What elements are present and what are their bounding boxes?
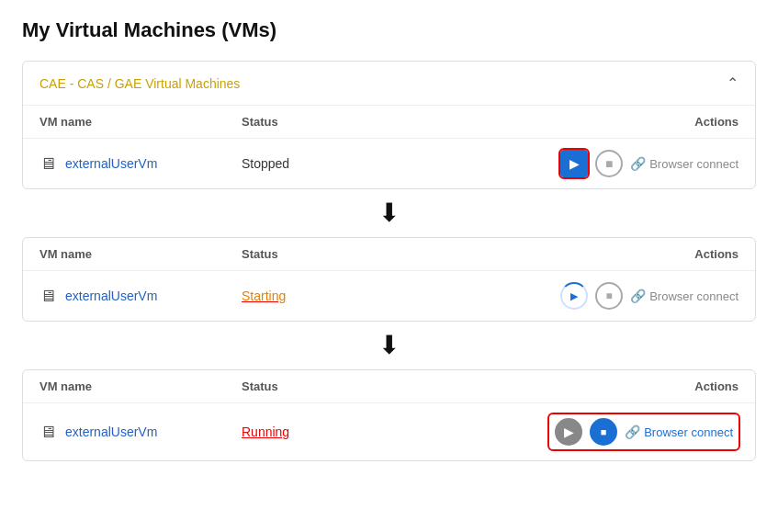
actions-cell-s2: ▶ ■ 🔗 Browser connect: [372, 271, 755, 322]
vm-section-card: CAE - CAS / GAE Virtual Machines ⌃ VM na…: [22, 61, 756, 189]
link-icon-s1: 🔗: [630, 156, 646, 171]
link-icon-s3: 🔗: [625, 424, 640, 439]
section-title: CAE - CAS / GAE Virtual Machines: [39, 76, 240, 91]
table-row: 🖥 externalUserVm Starting ▶ ■: [23, 271, 755, 322]
play-button-s1[interactable]: ▶: [560, 150, 588, 177]
stop-icon-s3: ■: [601, 426, 607, 437]
vm-section-starting: VM name Status Actions 🖥 externalUserVm …: [22, 237, 756, 322]
monitor-icon: 🖥: [39, 154, 56, 174]
stop-icon-s2: ■: [606, 289, 613, 302]
browser-connect-link-s2[interactable]: 🔗 Browser connect: [630, 289, 739, 303]
vm-status-cell-s3: Running: [225, 403, 372, 461]
monitor-icon-s2: 🖥: [39, 287, 56, 306]
vm-table-section1: VM name Status Actions 🖥 externalUserVm …: [23, 106, 755, 188]
play-button-spinning-s2[interactable]: ▶: [560, 282, 588, 310]
arrow-down-icon-1: ⬇: [378, 200, 400, 226]
col-header-actions-s3: Actions: [372, 370, 755, 403]
stop-button-s2[interactable]: ■: [595, 282, 623, 310]
vm-name-label-s1[interactable]: externalUserVm: [65, 156, 157, 171]
status-label-s2: Starting: [242, 289, 286, 303]
vm-name-cell-s2: 🖥 externalUserVm: [23, 271, 225, 322]
status-label-s3: Running: [242, 424, 289, 439]
monitor-icon-s3: 🖥: [39, 423, 56, 442]
section-header: CAE - CAS / GAE Virtual Machines ⌃: [23, 62, 755, 106]
arrow-down-icon-2: ⬇: [378, 333, 400, 358]
vm-section-running: VM name Status Actions 🖥 externalUserVm …: [22, 369, 756, 461]
status-label-s1: Stopped: [242, 156, 289, 171]
col-header-status-s3: Status: [225, 370, 372, 403]
actions-cell-s1: ▶ ■ 🔗 Browser connect: [372, 139, 755, 189]
col-header-status-s2: Status: [225, 238, 372, 271]
browser-connect-link-s3[interactable]: 🔗 Browser connect: [625, 424, 733, 439]
vm-status-cell-s2: Starting: [225, 271, 372, 322]
play-button-s3[interactable]: ▶: [555, 418, 582, 446]
running-actions-highlight: ▶ ■ 🔗 Browser connect: [549, 414, 739, 449]
vm-table-section2: VM name Status Actions 🖥 externalUserVm …: [23, 238, 755, 321]
browser-connect-link-s1[interactable]: 🔗 Browser connect: [630, 156, 739, 171]
browser-connect-label-s1: Browser connect: [649, 157, 739, 171]
col-header-name-s1: VM name: [23, 106, 225, 139]
col-header-actions-s2: Actions: [372, 238, 755, 271]
play-icon-spinning-s2: ▶: [570, 290, 578, 302]
vm-name-label-s2[interactable]: externalUserVm: [65, 289, 157, 303]
arrow-down-1: ⬇: [22, 189, 756, 237]
stop-icon-s1: ■: [605, 156, 613, 171]
arrow-down-2: ⬇: [22, 322, 756, 369]
vm-status-cell-s1: Stopped: [225, 139, 372, 189]
link-icon-s2: 🔗: [630, 289, 646, 303]
table-row: 🖥 externalUserVm Stopped ▶ ■: [23, 139, 755, 189]
vm-name-label-s3[interactable]: externalUserVm: [65, 424, 157, 439]
actions-cell-s3: ▶ ■ 🔗 Browser connect: [372, 403, 755, 461]
col-header-name-s2: VM name: [23, 238, 225, 271]
play-icon-s3: ▶: [564, 424, 574, 439]
stop-button-s3[interactable]: ■: [590, 418, 617, 446]
col-header-name-s3: VM name: [23, 370, 225, 403]
browser-connect-label-s2: Browser connect: [649, 289, 739, 303]
chevron-up-icon[interactable]: ⌃: [727, 74, 739, 92]
vm-name-cell-s1: 🖥 externalUserVm: [23, 139, 225, 189]
vm-table-section3: VM name Status Actions 🖥 externalUserVm …: [23, 370, 755, 460]
browser-connect-label-s3: Browser connect: [644, 425, 733, 439]
col-header-status-s1: Status: [225, 106, 372, 139]
col-header-actions-s1: Actions: [372, 106, 755, 139]
stop-button-s1[interactable]: ■: [595, 150, 623, 177]
vm-name-cell-s3: 🖥 externalUserVm: [23, 403, 225, 461]
play-icon-s1: ▶: [569, 156, 580, 171]
page-title: My Virtual Machines (VMs): [22, 18, 756, 42]
table-row: 🖥 externalUserVm Running ▶ ■: [23, 403, 755, 461]
